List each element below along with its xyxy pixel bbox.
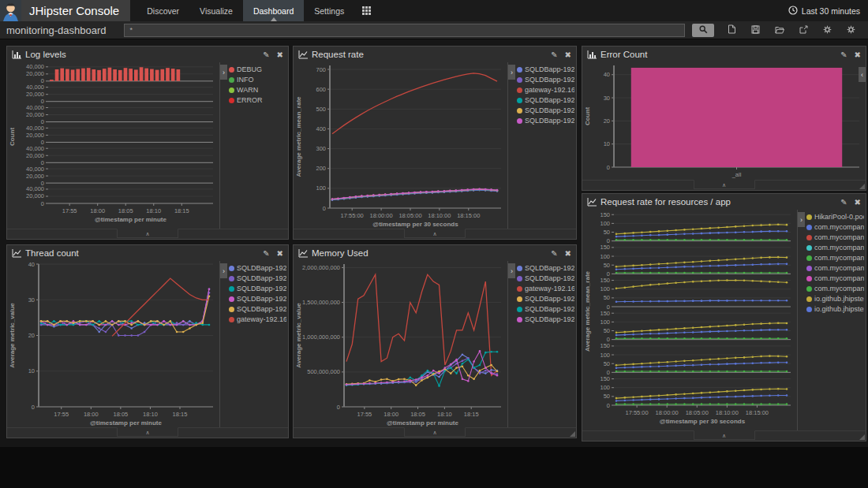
grid-icon [362, 4, 371, 18]
legend-item[interactable]: DEBUG [229, 65, 286, 75]
legend-item[interactable]: SQLDBapp-192.168.4... [517, 95, 574, 106]
legend-toggle-icon[interactable]: › [220, 263, 227, 278]
legend-color-dot [517, 108, 522, 114]
legend-item[interactable]: io.github.jhipster.web.r... [806, 294, 864, 304]
legend-color-dot [517, 296, 522, 302]
share-dashboard-button[interactable] [799, 24, 808, 36]
svg-text:17:55:00: 17:55:00 [626, 409, 649, 416]
legend-item[interactable]: SQLDBapp-192.168.4... [517, 75, 574, 85]
legend-item[interactable]: com.mycompany.myap... [806, 243, 864, 253]
legend-item[interactable]: gateway-192.168.43.8:... [517, 85, 574, 95]
legend-item[interactable]: SQLDBapp-192.168.4... [517, 304, 574, 315]
svg-text:18:00:00: 18:00:00 [656, 409, 679, 416]
edit-panel-icon[interactable]: ✎ [263, 50, 269, 59]
legend-color-dot [806, 266, 812, 271]
legend-item[interactable]: SQLDBapp-192.168.4... [229, 304, 286, 315]
legend-item[interactable]: gateway-192.168.43.8:... [517, 284, 574, 294]
remove-panel-icon[interactable]: ✖ [277, 249, 283, 258]
legend-item[interactable]: SQLDBapp-192.168.4... [229, 274, 286, 284]
legend-item[interactable]: SQLDBapp-192.168.4... [229, 284, 286, 294]
legend-label: SQLDBapp-192.168.4... [525, 294, 574, 304]
load-dashboard-button[interactable] [775, 24, 784, 36]
panel-drag-handle[interactable]: Request rate for resources / app ✎✖ [582, 194, 866, 210]
collapse-panel-icon[interactable]: ∧ [404, 427, 466, 437]
svg-text:0: 0 [337, 404, 340, 411]
panel-drag-handle[interactable]: Log levels ✎✖ [7, 47, 288, 62]
panel-drag-handle[interactable]: Thread count ✎✖ [7, 245, 288, 261]
svg-text:0: 0 [32, 404, 35, 411]
svg-text:Average metric_mean_rate: Average metric_mean_rate [584, 270, 591, 352]
legend-item[interactable]: com.mycompany.myap... [806, 253, 864, 263]
edit-panel-icon[interactable]: ✎ [263, 249, 269, 258]
legend-item[interactable]: INFO [229, 75, 286, 85]
legend-item[interactable]: com.mycompany.myap... [806, 274, 864, 284]
legend-item[interactable]: SQLDBapp-192.168.4... [517, 116, 574, 126]
legend-item[interactable]: com.mycompany.myap... [806, 222, 864, 233]
svg-text:20: 20 [604, 117, 610, 125]
legend-item[interactable]: WARN [229, 85, 286, 95]
legend-item[interactable]: gateway-192.168.43.8:... [229, 315, 286, 325]
svg-text:100: 100 [316, 184, 326, 192]
search-button[interactable] [692, 24, 714, 37]
svg-text:50: 50 [604, 360, 610, 367]
svg-text:100: 100 [600, 352, 610, 359]
edit-panel-icon[interactable]: ✎ [840, 198, 847, 207]
collapse-panel-icon[interactable]: ∧ [117, 229, 178, 238]
jhipster-logo[interactable] [0, 0, 21, 21]
svg-text:300: 300 [316, 145, 326, 152]
remove-panel-icon[interactable]: ✖ [565, 249, 571, 258]
collapse-panel-icon[interactable]: ∧ [404, 229, 466, 238]
legend-item[interactable]: HikariPool-0.pool.Wait [806, 212, 864, 222]
edit-panel-icon[interactable]: ✎ [551, 50, 557, 59]
nav-visualize[interactable]: Visualize [189, 0, 243, 21]
legend-toggle-icon[interactable]: ‹ [859, 67, 866, 82]
remove-panel-icon[interactable]: ✖ [277, 50, 283, 59]
legend-item[interactable]: SQLDBapp-192.168.4... [517, 106, 574, 116]
apps-grid-button[interactable] [354, 0, 379, 21]
new-dashboard-button[interactable] [728, 24, 736, 36]
panel-drag-handle[interactable]: Memory Used ✎✖ [294, 245, 576, 261]
svg-text:100: 100 [600, 319, 610, 326]
legend-item[interactable]: com.mycompany.myap... [806, 284, 864, 294]
panel-drag-handle[interactable]: Request rate ✎✖ [294, 47, 576, 62]
nav-settings[interactable]: Settings [304, 0, 354, 21]
nav-discover[interactable]: Discover [137, 0, 189, 21]
legend-color-dot [229, 98, 234, 103]
svg-text:500,000,000: 500,000,000 [307, 368, 340, 375]
collapse-panel-icon[interactable]: ∧ [117, 427, 178, 437]
legend-item[interactable]: SQLDBapp-192.168.4... [517, 274, 574, 284]
time-picker[interactable]: Last 30 minutes [788, 0, 868, 21]
legend-item[interactable]: SQLDBapp-192.168.4... [517, 294, 574, 304]
legend-item[interactable]: SQLDBapp-192.168.4... [517, 315, 574, 325]
collapse-panel-icon[interactable]: ∧ [694, 180, 755, 189]
legend-label: com.mycompany.myap... [814, 284, 864, 294]
collapse-panel-icon[interactable]: ∧ [694, 430, 755, 440]
legend-item[interactable]: io.github.jhipster.web.r... [806, 304, 864, 315]
legend-toggle-icon[interactable]: › [508, 263, 515, 278]
svg-text:20,000: 20,000 [26, 192, 44, 199]
nav-dashboard[interactable]: Dashboard [243, 0, 304, 21]
legend-toggle-icon[interactable]: › [220, 65, 227, 80]
legend-item[interactable]: SQLDBapp-192.168.4... [517, 65, 574, 75]
legend-item[interactable]: SQLDBapp-192.168.4... [229, 294, 286, 304]
svg-text:20,000: 20,000 [26, 111, 44, 118]
remove-panel-icon[interactable]: ✖ [855, 50, 861, 59]
save-dashboard-button[interactable] [751, 24, 760, 36]
legend-item[interactable]: SQLDBapp-192.168.4... [517, 263, 574, 274]
legend-item[interactable]: SQLDBapp-192.168.4... [229, 263, 286, 274]
legend-item[interactable]: com.mycompany.myap... [806, 263, 864, 274]
query-input[interactable] [124, 24, 685, 37]
panel-drag-handle[interactable]: Error Count ✎✖ [582, 47, 866, 62]
remove-panel-icon[interactable]: ✖ [565, 50, 571, 59]
legend-toggle-icon[interactable]: › [798, 212, 805, 227]
edit-panel-icon[interactable]: ✎ [551, 249, 557, 258]
edit-panel-icon[interactable]: ✎ [840, 50, 847, 59]
remove-panel-icon[interactable]: ✖ [855, 198, 861, 207]
legend-item[interactable]: ERROR [229, 95, 286, 106]
legend-toggle-icon[interactable]: › [508, 65, 515, 80]
line-chart-icon [12, 249, 21, 258]
legend-item[interactable]: com.mycompany.myap... [806, 233, 864, 243]
options-button[interactable] [823, 24, 832, 36]
svg-text:40,000: 40,000 [26, 185, 44, 192]
settings-button[interactable] [847, 24, 855, 36]
